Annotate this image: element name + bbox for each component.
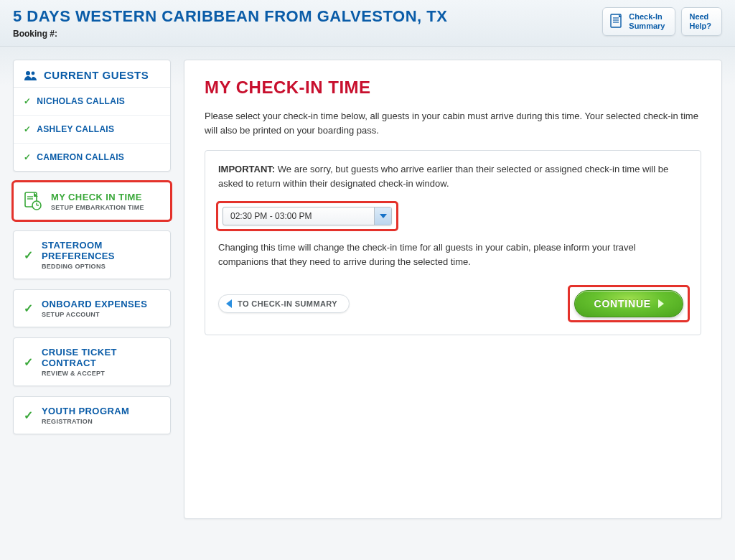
svg-point-4 bbox=[26, 71, 30, 75]
arrow-right-icon bbox=[658, 299, 664, 308]
continue-button[interactable]: CONTINUE bbox=[574, 290, 683, 317]
step-title: ONBOARD EXPENSES bbox=[42, 299, 147, 309]
checkin-time-value: 02:30 PM - 03:00 PM bbox=[223, 207, 374, 225]
check-icon: ✓ bbox=[24, 96, 31, 106]
step-title: STATEROOM PREFERENCES bbox=[42, 240, 160, 261]
check-icon: ✓ bbox=[24, 409, 33, 422]
check-icon: ✓ bbox=[24, 302, 33, 315]
guest-name: CAMERON CALLAIS bbox=[37, 152, 124, 162]
check-icon: ✓ bbox=[24, 152, 31, 162]
document-clock-icon bbox=[24, 191, 42, 211]
sidebar: CURRENT GUESTS ✓ NICHOLAS CALLAIS ✓ ASHL… bbox=[13, 60, 171, 444]
people-icon bbox=[24, 70, 38, 81]
important-label: IMPORTANT: bbox=[218, 164, 275, 174]
guest-name: ASHLEY CALLAIS bbox=[37, 124, 114, 134]
current-guests-panel: CURRENT GUESTS ✓ NICHOLAS CALLAIS ✓ ASHL… bbox=[13, 60, 171, 172]
sidebar-step-checkin-time[interactable]: MY CHECK IN TIME SETUP EMBARKATION TIME bbox=[13, 182, 171, 220]
sidebar-step-onboard-expenses[interactable]: ✓ ONBOARD EXPENSES SETUP ACCOUNT bbox=[13, 289, 171, 327]
important-body: We are sorry, but guests who arrive earl… bbox=[218, 164, 668, 189]
check-icon: ✓ bbox=[24, 124, 31, 134]
step-subtitle: REVIEW & ACCEPT bbox=[42, 370, 160, 377]
step-subtitle: BEDDING OPTIONS bbox=[42, 263, 160, 270]
step-title: MY CHECK IN TIME bbox=[51, 192, 144, 202]
change-note: Changing this time will change the check… bbox=[218, 241, 688, 269]
page-header: 5 DAYS WESTERN CARIBBEAN FROM GALVESTON,… bbox=[0, 0, 735, 47]
svg-point-5 bbox=[32, 71, 35, 75]
step-subtitle: REGISTRATION bbox=[42, 418, 129, 425]
checkin-summary-button[interactable]: Check-In Summary bbox=[602, 7, 675, 36]
need-help-button[interactable]: Need Help? bbox=[681, 7, 722, 36]
guest-item[interactable]: ✓ CAMERON CALLAIS bbox=[14, 144, 170, 171]
guest-item[interactable]: ✓ ASHLEY CALLAIS bbox=[14, 116, 170, 144]
back-label: TO CHECK-IN SUMMARY bbox=[238, 299, 337, 308]
arrow-left-icon bbox=[226, 299, 232, 308]
check-icon: ✓ bbox=[24, 355, 33, 369]
guest-name: NICHOLAS CALLAIS bbox=[37, 96, 125, 106]
step-subtitle: SETUP ACCOUNT bbox=[42, 311, 147, 318]
important-text: IMPORTANT: We are sorry, but guests who … bbox=[218, 162, 688, 190]
guest-item[interactable]: ✓ NICHOLAS CALLAIS bbox=[14, 88, 170, 116]
highlight-continue: CONTINUE bbox=[570, 287, 688, 320]
step-title: CRUISE TICKET CONTRACT bbox=[42, 347, 160, 368]
chevron-down-icon bbox=[374, 207, 391, 225]
sidebar-step-stateroom-preferences[interactable]: ✓ STATEROOM PREFERENCES BEDDING OPTIONS bbox=[13, 230, 171, 279]
checkin-summary-label: Check-In Summary bbox=[629, 12, 665, 31]
back-to-summary-button[interactable]: TO CHECK-IN SUMMARY bbox=[218, 294, 350, 313]
continue-label: CONTINUE bbox=[594, 298, 651, 309]
checkin-time-select[interactable]: 02:30 PM - 03:00 PM bbox=[223, 207, 392, 225]
check-icon: ✓ bbox=[24, 248, 33, 262]
document-icon bbox=[610, 14, 623, 29]
need-help-label: Need Help? bbox=[689, 12, 711, 31]
cruise-title: 5 DAYS WESTERN CARIBBEAN FROM GALVESTON,… bbox=[13, 7, 447, 26]
step-subtitle: SETUP EMBARKATION TIME bbox=[51, 204, 144, 211]
step-title: YOUTH PROGRAM bbox=[42, 406, 129, 416]
sidebar-step-youth-program[interactable]: ✓ YOUTH PROGRAM REGISTRATION bbox=[13, 396, 171, 434]
important-callout: IMPORTANT: We are sorry, but guests who … bbox=[205, 150, 701, 335]
current-guests-title: CURRENT GUESTS bbox=[44, 69, 149, 81]
highlight-time-select: 02:30 PM - 03:00 PM bbox=[218, 203, 396, 229]
booking-number-label: Booking #: bbox=[13, 29, 447, 39]
page-title: MY CHECK-IN TIME bbox=[205, 78, 701, 98]
main-panel: MY CHECK-IN TIME Please select your chec… bbox=[184, 60, 722, 519]
sidebar-step-ticket-contract[interactable]: ✓ CRUISE TICKET CONTRACT REVIEW & ACCEPT bbox=[13, 337, 171, 386]
lead-text: Please select your check-in time below, … bbox=[205, 109, 701, 137]
